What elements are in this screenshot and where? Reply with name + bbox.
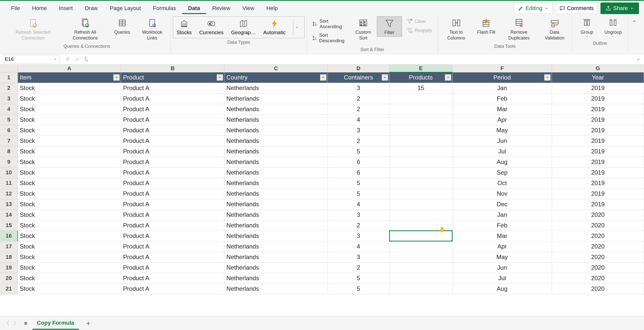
cell-C12[interactable]: Netherlands	[224, 188, 328, 199]
name-box[interactable]: E16	[2, 55, 60, 63]
table-header-products[interactable]: Products	[389, 72, 452, 83]
cell-F15[interactable]: Feb	[452, 220, 552, 231]
cell-A14[interactable]: Stock	[18, 210, 121, 220]
cell-F21[interactable]: Aug	[452, 283, 552, 294]
cell-G21[interactable]: 2020	[552, 283, 644, 294]
fx-icon[interactable]: fx	[85, 56, 88, 63]
cell-D13[interactable]: 4	[328, 199, 389, 210]
cell-B13[interactable]: Product A	[121, 199, 224, 210]
enter-formula-icon[interactable]: ✓	[75, 56, 79, 63]
cell-A9[interactable]: Stock	[18, 157, 121, 167]
cell-D20[interactable]: 5	[328, 273, 389, 283]
cell-C13[interactable]: Netherlands	[224, 199, 328, 210]
cell-G8[interactable]: 2019	[552, 146, 644, 157]
flash-fill-button[interactable]: Flash Fill	[473, 16, 499, 36]
row-header-14[interactable]: 14	[0, 210, 18, 220]
currencies-type-button[interactable]: € Currencies	[199, 19, 224, 35]
cell-E15[interactable]	[389, 220, 452, 231]
cell-A11[interactable]: Stock	[18, 178, 121, 188]
cell-B18[interactable]: Product A	[121, 252, 224, 262]
menu-view[interactable]: View	[236, 3, 260, 14]
formula-expand-button[interactable]	[633, 57, 644, 61]
row-header-9[interactable]: 9	[0, 157, 18, 167]
cell-G18[interactable]: 2020	[552, 252, 644, 262]
column-header-F[interactable]: F	[452, 65, 552, 72]
menu-draw[interactable]: Draw	[79, 3, 104, 14]
cell-A5[interactable]: Stock	[18, 114, 121, 125]
data-validation-button[interactable]: Data Validation	[539, 16, 570, 42]
sort-desc-button[interactable]: ZA Sort Descending	[310, 31, 349, 45]
cell-B9[interactable]: Product A	[121, 157, 224, 167]
geography-type-button[interactable]: Geograp…	[231, 19, 256, 35]
ribbon-collapse-button[interactable]	[628, 16, 641, 53]
menu-data[interactable]: Data	[182, 3, 206, 14]
cell-D17[interactable]: 4	[328, 241, 389, 252]
cell-G17[interactable]: 2020	[552, 241, 644, 252]
cell-C2[interactable]: Netherlands	[224, 83, 328, 93]
cell-A2[interactable]: Stock	[18, 83, 121, 93]
cell-B20[interactable]: Product A	[121, 273, 224, 283]
column-header-C[interactable]: C	[224, 65, 328, 72]
cell-E13[interactable]	[389, 199, 452, 210]
cell-D16[interactable]: 3	[328, 231, 389, 241]
filter-button[interactable]: Filter	[377, 16, 402, 37]
filter-dropdown-containers[interactable]	[382, 74, 388, 81]
cell-G4[interactable]: 2019	[552, 104, 644, 114]
cell-C14[interactable]: Netherlands	[224, 210, 328, 220]
group-button[interactable]: Group	[574, 16, 599, 39]
row-header-7[interactable]: 7	[0, 136, 18, 146]
cell-E7[interactable]	[389, 136, 452, 146]
cell-D8[interactable]: 5	[328, 146, 389, 157]
row-header-2[interactable]: 2	[0, 83, 18, 93]
column-header-D[interactable]: D	[328, 65, 389, 72]
workbook-links-button[interactable]: Workbook Links	[136, 16, 169, 42]
cell-G19[interactable]: 2020	[552, 262, 644, 273]
cell-D15[interactable]: 2	[328, 220, 389, 231]
cell-D7[interactable]: 2	[328, 136, 389, 146]
cell-E11[interactable]	[389, 178, 452, 188]
cell-G6[interactable]: 2019	[552, 125, 644, 136]
row-header-4[interactable]: 4	[0, 104, 18, 114]
table-header-item[interactable]: Item	[18, 72, 121, 83]
row-header-1[interactable]: 1	[0, 72, 18, 83]
filter-dropdown-period[interactable]	[544, 74, 551, 81]
cell-A7[interactable]: Stock	[18, 136, 121, 146]
cell-B15[interactable]: Product A	[121, 220, 224, 231]
cell-G14[interactable]: 2020	[552, 210, 644, 220]
add-sheet-button[interactable]: +	[84, 319, 93, 327]
custom-sort-button[interactable]: AZZA Custom Sort	[351, 16, 376, 42]
column-header-E[interactable]: E	[389, 65, 452, 72]
fill-handle[interactable]	[451, 240, 453, 241]
mode-editing-button[interactable]: Editing	[514, 3, 553, 14]
cell-F10[interactable]: Sep	[452, 167, 552, 178]
cell-C17[interactable]: Netherlands	[224, 241, 328, 252]
menu-insert[interactable]: Insert	[53, 3, 79, 14]
cell-G11[interactable]: 2019	[552, 178, 644, 188]
cell-C4[interactable]: Netherlands	[224, 104, 328, 114]
cell-B11[interactable]: Product A	[121, 178, 224, 188]
cell-B2[interactable]: Product A	[121, 83, 224, 93]
cell-A16[interactable]: Stock	[18, 231, 121, 241]
automatic-type-button[interactable]: Automatic	[263, 19, 286, 35]
row-header-3[interactable]: 3	[0, 93, 18, 104]
cell-C18[interactable]: Netherlands	[224, 252, 328, 262]
sheet-prev-button[interactable]: 〈	[4, 320, 10, 327]
cell-D18[interactable]: 3	[328, 252, 389, 262]
cell-C10[interactable]: Netherlands	[224, 167, 328, 178]
cell-F18[interactable]: May	[452, 252, 552, 262]
row-header-19[interactable]: 19	[0, 262, 18, 273]
cell-C20[interactable]: Netherlands	[224, 273, 328, 283]
cell-G20[interactable]: 2020	[552, 273, 644, 283]
filter-dropdown-country[interactable]	[320, 74, 327, 81]
row-header-16[interactable]: 16	[0, 231, 18, 241]
row-header-12[interactable]: 12	[0, 188, 18, 199]
cell-A3[interactable]: Stock	[18, 93, 121, 104]
share-button[interactable]: Share	[600, 3, 639, 14]
cell-E21[interactable]	[389, 283, 452, 294]
sheet-tab-copy-formula[interactable]: Copy Formula	[32, 317, 79, 330]
cell-G2[interactable]: 2019	[552, 83, 644, 93]
cell-C19[interactable]: Netherlands	[224, 262, 328, 273]
cell-F9[interactable]: Aug	[452, 157, 552, 167]
menu-help[interactable]: Help	[260, 3, 284, 14]
stocks-type-button[interactable]: Stocks	[177, 19, 192, 35]
